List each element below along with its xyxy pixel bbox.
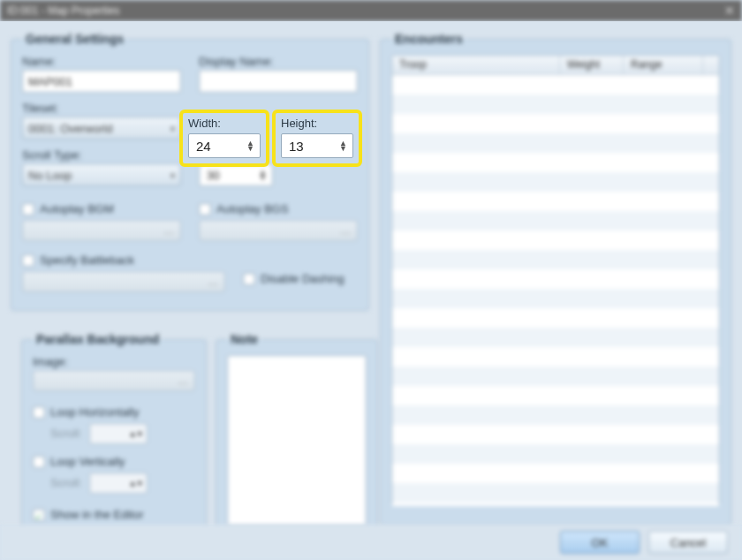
loop-v-checkbox[interactable] xyxy=(33,456,45,468)
show-editor-label: Show in the Editor xyxy=(50,508,144,521)
bgm-picker[interactable]: … xyxy=(22,220,181,241)
scroll-type-select[interactable]: No Loop▾ xyxy=(22,163,181,186)
spinner-down-icon[interactable]: ▼ xyxy=(246,146,254,151)
parallax-panel: Parallax Background Image: … Loop Horizo… xyxy=(21,332,207,540)
parallax-image-picker[interactable]: … xyxy=(33,370,195,391)
scroll-v-label: Scroll: xyxy=(50,476,82,489)
encounters-table[interactable]: Troop Weight Range xyxy=(391,55,720,505)
window-title: ID:001 - Map Properties xyxy=(7,0,119,21)
height-input[interactable]: 13 ▲▼ xyxy=(281,133,353,158)
cancel-button[interactable]: Cancel xyxy=(648,531,728,554)
autoplay-bgs-label: Autoplay BGS xyxy=(216,202,289,216)
loop-v-label: Loop Vertically xyxy=(50,455,125,468)
display-name-input[interactable] xyxy=(199,70,358,93)
tileset-label: Tileset: xyxy=(22,102,181,115)
note-legend: Note xyxy=(227,332,261,346)
note-panel: Note xyxy=(216,332,378,540)
encounters-legend: Encounters xyxy=(391,32,466,46)
spinner-down-icon[interactable]: ▼ xyxy=(339,146,347,151)
close-icon[interactable]: ✕ xyxy=(724,0,735,21)
chevron-down-icon: ▾ xyxy=(170,170,175,180)
encounters-panel: Encounters Troop Weight Range xyxy=(380,32,731,526)
note-textarea[interactable] xyxy=(227,355,367,526)
chevron-down-icon: ▾ xyxy=(170,124,175,133)
titlebar: ID:001 - Map Properties ✕ xyxy=(0,0,742,21)
enc-steps-input[interactable]: 30 ▲▼ xyxy=(199,163,273,186)
ok-button[interactable]: OK xyxy=(560,531,640,554)
dialog-footer: OK Cancel xyxy=(0,525,742,560)
spinner-down-icon[interactable]: ▼ xyxy=(259,175,267,180)
table-header: Troop Weight Range xyxy=(392,56,719,75)
general-settings-panel: General Settings Name: MAP001 Display Na… xyxy=(11,32,369,311)
width-label: Width: xyxy=(188,117,261,130)
height-highlight: Height: 13 ▲▼ xyxy=(276,113,359,163)
show-editor-checkbox[interactable] xyxy=(33,509,45,521)
col-spacer xyxy=(703,56,719,74)
scroll-h-label: Scroll: xyxy=(50,427,82,440)
name-input[interactable]: MAP001 xyxy=(22,70,181,93)
autoplay-bgm-checkbox[interactable] xyxy=(22,203,34,216)
name-label: Name: xyxy=(22,55,181,68)
battleback-label: Specify Battleback xyxy=(40,254,134,267)
width-input[interactable]: 24 ▲▼ xyxy=(188,133,261,158)
scroll-v-input[interactable]: ▲▼ xyxy=(89,473,148,494)
height-label: Height: xyxy=(281,117,353,130)
battleback-checkbox[interactable] xyxy=(22,254,34,267)
scroll-type-label: Scroll Type: xyxy=(22,148,181,162)
autoplay-bgs-checkbox[interactable] xyxy=(199,203,211,216)
disable-dashing-checkbox[interactable] xyxy=(243,273,255,285)
col-weight[interactable]: Weight xyxy=(560,56,624,74)
col-troop[interactable]: Troop xyxy=(392,56,560,74)
loop-h-checkbox[interactable] xyxy=(33,406,45,419)
disable-dashing-label: Disable Dashing xyxy=(261,272,344,285)
col-range[interactable]: Range xyxy=(624,56,703,74)
tileset-select[interactable]: 0001: Overworld▾ xyxy=(22,117,181,140)
table-body[interactable] xyxy=(392,75,719,506)
battleback-picker[interactable]: … xyxy=(22,271,225,292)
display-name-label: Display Name: xyxy=(199,55,358,68)
bgs-picker[interactable]: … xyxy=(199,220,358,241)
loop-h-label: Loop Horizontally xyxy=(50,405,139,419)
parallax-legend: Parallax Background xyxy=(33,332,163,346)
width-highlight: Width: 24 ▲▼ xyxy=(183,113,266,163)
general-legend: General Settings xyxy=(22,32,127,46)
scroll-h-input[interactable]: ▲▼ xyxy=(89,423,148,444)
autoplay-bgm-label: Autoplay BGM xyxy=(40,202,114,216)
parallax-image-label: Image: xyxy=(33,355,195,368)
